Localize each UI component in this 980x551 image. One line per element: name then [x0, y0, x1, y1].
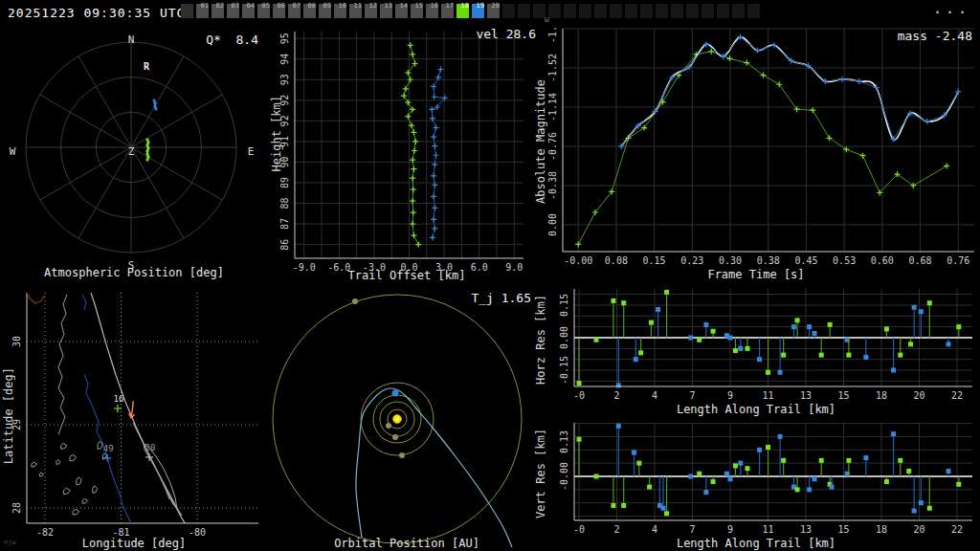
ground-map-panel: -82-81-80302928164920 Latitude [deg] Lon…	[0, 283, 268, 551]
frame-cell[interactable]: 12	[365, 4, 377, 18]
frame-cell[interactable]	[518, 4, 530, 18]
frame-cell[interactable]: 03	[227, 4, 239, 18]
frame-cell[interactable]: 19	[472, 4, 484, 18]
frame-cell[interactable]: 20	[487, 4, 500, 18]
svg-text:86: 86	[279, 239, 290, 251]
svg-text:30: 30	[11, 336, 22, 347]
frame-number: 08	[308, 2, 316, 10]
frame-number: 18	[461, 2, 469, 10]
vert-y-axis-label: Vert Res [km]	[534, 429, 547, 518]
trail-y-axis-label: Height [km]	[270, 96, 283, 171]
frame-cell[interactable]: 13	[380, 4, 392, 18]
svg-text:0.23: 0.23	[680, 255, 703, 266]
frame-cell[interactable]: 14	[395, 4, 408, 18]
q-star-value: Q* 8.4	[206, 33, 258, 47]
mass-value: mass -2.48	[898, 29, 972, 43]
svg-text:-0.76: -0.76	[547, 132, 558, 161]
overflow-menu-icon[interactable]: ...	[933, 0, 970, 17]
svg-text:28: 28	[11, 502, 22, 514]
frame-cell[interactable]: 11	[349, 4, 362, 18]
svg-text:7: 7	[690, 524, 696, 535]
frame-cell[interactable]: 09	[319, 4, 331, 18]
frame-number: 17	[446, 2, 454, 10]
frame-number: 07	[293, 2, 301, 10]
svg-text:-0.00: -0.00	[559, 462, 569, 491]
svg-text:0.30: 0.30	[719, 255, 742, 266]
vert-x-axis-label: Length Along Trail [km]	[532, 537, 980, 550]
frame-cell[interactable]	[181, 4, 193, 18]
frame-number: 15	[415, 2, 423, 10]
velocity-value: vel 28.6	[476, 27, 536, 41]
svg-text:Z: Z	[128, 145, 135, 158]
trail-offset-panel: -9.0-6.0-3.00.03.06.09.09594939292919089…	[268, 27, 546, 283]
frame-strip: 0102030405060708091011121314151617181920	[181, 4, 763, 23]
svg-text:-1.52: -1.52	[547, 54, 558, 82]
frame-cell[interactable]	[625, 4, 637, 18]
header-bar: 20251223 09:30:35 UTC 010203040506070809…	[0, 0, 980, 27]
frame-cell[interactable]	[717, 4, 729, 18]
horz-residuals-panel: -024791113151820220.150.00-0.15 Horz Res…	[532, 283, 980, 417]
svg-text:11: 11	[763, 390, 774, 401]
frame-cell[interactable]	[564, 4, 576, 18]
magnitude-chart: -0.000.080.150.230.300.380.450.530.600.6…	[532, 27, 980, 287]
svg-text:15: 15	[837, 524, 849, 535]
svg-text:9: 9	[727, 390, 733, 401]
trail-x-axis-label: Trail Offset [km]	[268, 269, 546, 282]
frame-cell[interactable]	[594, 4, 607, 18]
ground-map-chart: -82-81-80302928164920	[0, 283, 268, 551]
svg-text:16: 16	[114, 394, 124, 404]
svg-text:-0.00: -0.00	[564, 255, 592, 266]
svg-text:88: 88	[279, 198, 290, 209]
frame-cell[interactable]: 15	[411, 4, 423, 18]
frame-cell[interactable]	[656, 4, 668, 18]
svg-text:49: 49	[103, 444, 114, 453]
magnitude-panel: -0.000.080.150.230.300.380.450.530.600.6…	[532, 27, 980, 283]
svg-text:0.13: 0.13	[559, 430, 569, 453]
frame-number: 10	[339, 2, 346, 10]
svg-text:-1.14: -1.14	[547, 93, 558, 121]
svg-text:9: 9	[727, 524, 733, 535]
svg-text:0.38: 0.38	[757, 255, 780, 266]
svg-text:2: 2	[614, 390, 620, 401]
svg-text:0.00: 0.00	[559, 326, 569, 349]
svg-text:18: 18	[876, 524, 887, 535]
frame-cell[interactable]	[747, 4, 760, 18]
orbital-position-chart	[269, 283, 545, 551]
svg-text:-0.15: -0.15	[559, 356, 569, 385]
frame-number: 11	[354, 2, 362, 10]
svg-text:87: 87	[279, 218, 290, 230]
frame-number: 02	[216, 2, 224, 10]
frame-cell[interactable]	[702, 4, 714, 18]
svg-text:0.68: 0.68	[909, 255, 932, 266]
frame-cell[interactable]	[579, 4, 591, 18]
frame-cell[interactable]: 05	[257, 4, 270, 18]
frame-cell[interactable]: 07	[288, 4, 301, 18]
frame-number: 06	[278, 2, 285, 10]
svg-text:0.15: 0.15	[643, 255, 666, 266]
frame-cell[interactable]	[686, 4, 699, 18]
atmospheric-title: Atmospheric Position [deg]	[0, 266, 268, 279]
frame-cell[interactable]	[610, 4, 622, 18]
frame-cell[interactable]: 06	[273, 4, 285, 18]
frame-number: 04	[247, 2, 255, 10]
svg-text:22: 22	[951, 390, 963, 401]
frame-cell[interactable]: 04	[242, 4, 255, 18]
frame-cell[interactable]	[502, 4, 515, 18]
atmospheric-position-panel: NESWZR Q* 8.4 Atmospheric Position [deg]	[0, 27, 268, 283]
svg-text:0.00: 0.00	[547, 213, 558, 236]
frame-cell[interactable]	[548, 4, 561, 18]
frame-cell[interactable]	[732, 4, 745, 18]
frame-cell[interactable]: 02	[212, 4, 224, 18]
horz-residuals-chart: -024791113151820220.150.00-0.15	[532, 283, 980, 421]
frame-cell[interactable]: 17	[441, 4, 454, 18]
frame-cell[interactable]: 18	[457, 4, 469, 18]
frame-cell[interactable]	[671, 4, 683, 18]
frame-cell[interactable]	[640, 4, 653, 18]
utc-timestamp: 20251223 09:30:35 UTC	[8, 6, 185, 20]
frame-cell[interactable]: 10	[334, 4, 346, 18]
frame-cell[interactable]: 08	[303, 4, 316, 18]
frame-cell[interactable]: 16	[426, 4, 438, 18]
frame-number: 14	[400, 2, 408, 10]
svg-text:N: N	[128, 33, 135, 46]
frame-cell[interactable]: 01	[196, 4, 209, 18]
